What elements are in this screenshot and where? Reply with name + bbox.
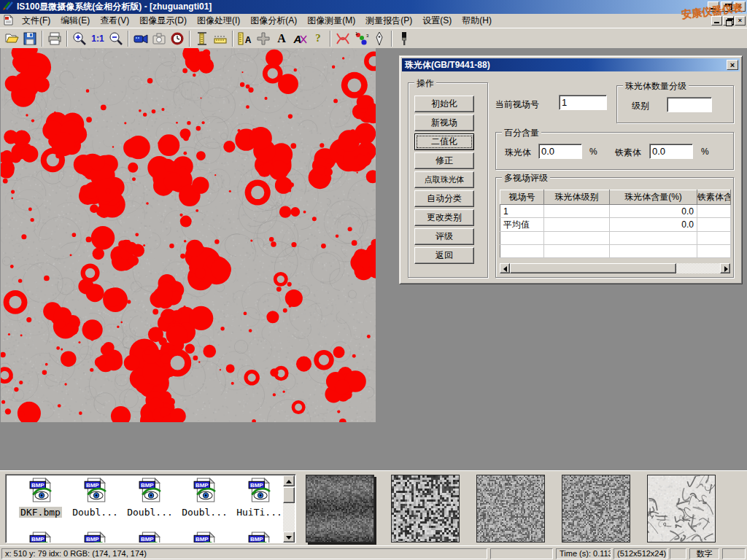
toolbar: 1:1 A A A ? 13 xyxy=(0,28,747,48)
curve-tool-icon[interactable] xyxy=(334,30,352,47)
file-item[interactable]: BMP xyxy=(68,532,123,542)
bmp-file-icon: BMP xyxy=(29,492,53,505)
close-button[interactable]: × xyxy=(734,1,746,12)
thumbnail-2[interactable] xyxy=(391,475,460,542)
menu-image-measure[interactable]: 图像测量(M) xyxy=(302,13,360,28)
menu-help[interactable]: 帮助(H) xyxy=(457,13,497,28)
mdi-restore-button[interactable] xyxy=(723,16,734,26)
minimize-button[interactable] xyxy=(708,1,719,12)
file-name[interactable]: HuiTi... xyxy=(235,507,283,518)
change-class-button[interactable]: 更改类别 xyxy=(414,209,474,226)
ruler-icon[interactable] xyxy=(212,30,229,47)
save-icon[interactable] xyxy=(21,30,39,47)
print-icon[interactable] xyxy=(46,30,63,47)
caliper-icon[interactable] xyxy=(193,30,211,47)
menu-image-processing[interactable]: 图像处理(I) xyxy=(192,13,245,28)
photo-camera-icon[interactable] xyxy=(150,30,168,47)
zoom-out-icon[interactable] xyxy=(107,30,125,47)
brush-icon[interactable] xyxy=(395,30,413,47)
pearlite-percent-input[interactable] xyxy=(538,144,582,159)
timer-icon[interactable] xyxy=(169,30,186,47)
image-browser-panel: BMP DKF.bmp BMP Doubl... BMP Doubl... BM… xyxy=(0,470,747,545)
col-field-no[interactable]: 视场号 xyxy=(500,190,544,205)
menu-view[interactable]: 查看(V) xyxy=(95,13,134,28)
svg-text:BMP: BMP xyxy=(195,536,208,542)
binarize-button[interactable]: 二值化 xyxy=(414,133,474,150)
menu-settings[interactable]: 设置(S) xyxy=(417,13,457,28)
menu-image-analysis[interactable]: 图像分析(A) xyxy=(245,13,302,28)
file-item[interactable]: BMP HuiTi... xyxy=(232,478,283,518)
file-name[interactable]: Doubl... xyxy=(71,507,120,518)
restore-button[interactable] xyxy=(721,1,732,12)
scroll-left-button[interactable] xyxy=(500,263,510,273)
file-item[interactable]: BMP Doubl... xyxy=(123,478,177,518)
scrollbar-thumb[interactable] xyxy=(283,487,295,503)
move-tool-icon[interactable] xyxy=(255,30,272,47)
classify-points-icon[interactable]: 13 xyxy=(352,30,370,47)
dialog-title-bar[interactable]: 珠光体(GB/T9441-88) × xyxy=(402,58,740,71)
specimen-image[interactable] xyxy=(1,48,376,422)
menu-image-display[interactable]: 图像显示(D) xyxy=(134,13,192,28)
table-row[interactable]: 平均值 0.0 xyxy=(500,218,731,232)
new-field-button[interactable]: 新视场 xyxy=(414,114,474,131)
zoom-in-icon[interactable] xyxy=(71,30,88,47)
table-row[interactable] xyxy=(500,245,731,258)
col-ferrite-content[interactable]: 铁素体含量(%) xyxy=(697,190,731,205)
scroll-down-button[interactable] xyxy=(283,532,295,542)
file-name[interactable]: Doubl... xyxy=(180,507,229,518)
current-field-label: 当前视场号 xyxy=(495,98,539,111)
pick-pearlite-button[interactable]: 点取珠光体 xyxy=(414,171,474,188)
auto-classify-button[interactable]: 自动分类 xyxy=(414,190,474,207)
scrollbar-track[interactable] xyxy=(510,263,720,273)
dialog-close-button[interactable]: × xyxy=(727,60,738,70)
open-file-icon[interactable] xyxy=(3,30,20,47)
ferrite-percent-input[interactable] xyxy=(649,144,693,159)
file-item[interactable]: BMP xyxy=(13,532,68,542)
file-item[interactable]: BMP xyxy=(177,532,232,542)
file-item[interactable]: BMP xyxy=(123,532,177,542)
svg-text:BMP: BMP xyxy=(249,536,263,542)
thumbnail-3[interactable] xyxy=(476,475,545,542)
menu-edit[interactable]: 编辑(E) xyxy=(55,13,95,28)
correct-button[interactable]: 修正 xyxy=(414,152,474,169)
col-pearlite-grade[interactable]: 珠光体级别 xyxy=(544,190,610,205)
init-button[interactable]: 初始化 xyxy=(414,96,474,112)
file-name[interactable]: Doubl... xyxy=(125,507,174,518)
bmp-file-icon: BMP xyxy=(248,492,271,505)
video-camera-icon[interactable] xyxy=(132,30,150,47)
col-pearlite-content[interactable]: 珠光体含量(%) xyxy=(610,190,697,205)
current-field-input[interactable] xyxy=(559,95,607,110)
svg-text:BMP: BMP xyxy=(195,482,208,489)
level-input[interactable] xyxy=(667,97,712,112)
document-icon[interactable] xyxy=(3,15,14,28)
actual-size-icon[interactable]: 1:1 xyxy=(89,30,107,47)
thumbnail-1[interactable] xyxy=(306,475,374,542)
thumbnail-5[interactable] xyxy=(647,475,716,542)
mdi-close-button[interactable]: × xyxy=(735,16,746,26)
text-tool-icon[interactable]: A xyxy=(273,30,290,47)
return-button[interactable]: 返回 xyxy=(414,247,474,264)
multi-field-group: 多视场评级 视场号 珠光体级别 珠光体含量(%) 铁素体含量(%) 1 0.0 … xyxy=(495,177,734,278)
mdi-minimize-button[interactable] xyxy=(711,16,722,26)
window-title: IS100显微摄像系统(金相分析版) - [zhuguangti01] xyxy=(17,1,212,13)
table-row[interactable] xyxy=(500,232,731,245)
table-row[interactable]: 1 0.0 xyxy=(500,205,731,218)
thumbnail-4[interactable] xyxy=(562,475,630,542)
file-item[interactable]: BMP xyxy=(232,532,283,542)
svg-text:BMP: BMP xyxy=(85,482,98,489)
file-item[interactable]: BMP DKF.bmp xyxy=(13,478,68,518)
calibration-icon[interactable]: A xyxy=(236,30,254,47)
annotation-tool-icon[interactable]: A xyxy=(291,30,309,47)
file-name[interactable]: DKF.bmp xyxy=(19,507,62,518)
file-item[interactable]: BMP Doubl... xyxy=(177,478,232,518)
scrollbar-thumb[interactable] xyxy=(510,263,676,273)
percent-group-label: 百分含量 xyxy=(502,127,541,139)
scroll-up-button[interactable] xyxy=(283,475,295,486)
probe-pen-icon[interactable] xyxy=(371,30,388,47)
menu-file[interactable]: 文件(F) xyxy=(17,13,55,28)
scroll-right-button[interactable] xyxy=(720,263,730,273)
help-icon[interactable]: ? xyxy=(309,30,327,47)
file-item[interactable]: BMP Doubl... xyxy=(68,478,123,518)
grade-button[interactable]: 评级 xyxy=(414,228,474,245)
menu-measure-report[interactable]: 测量报告(P) xyxy=(360,13,417,28)
